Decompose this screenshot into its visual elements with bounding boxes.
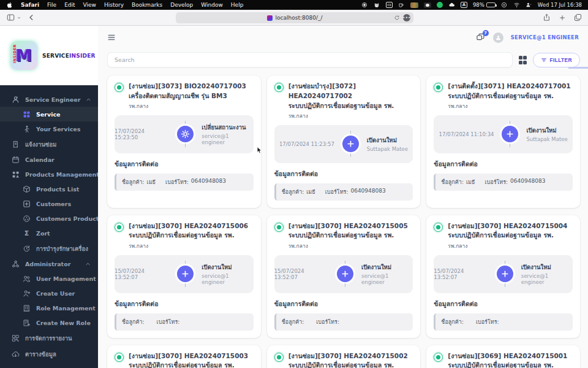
scroll-indicator[interactable]: [568, 67, 588, 69]
contact-section-label: ข้อมูลการติดต่อ: [434, 299, 573, 309]
job-card[interactable]: [งานซ่อม][3069] HEA20240715001 ระบบปฏิบั…: [426, 345, 580, 368]
app-cat-icon[interactable]: [374, 2, 380, 9]
sidebar-item-การบำรุงรักษาเครื่อง[interactable]: การบำรุงรักษาเครื่อง: [0, 240, 98, 256]
job-card[interactable]: [งานซ่อม][3073] BIO20240717003 เครื่องติ…: [107, 75, 261, 208]
sidebar-nav: Service Engineer Service Your Services แ…: [0, 85, 98, 362]
new-tab-icon[interactable]: [559, 14, 566, 21]
app-thumbnail[interactable]: [424, 2, 431, 8]
sidebar-item-products-list[interactable]: Products List: [0, 182, 98, 196]
job-timestamp: 17/07/2024 11:23:57: [279, 141, 334, 147]
qr-icon: [12, 334, 20, 342]
coffee-icon[interactable]: [398, 2, 405, 9]
menubar-menu-view[interactable]: View: [83, 2, 96, 8]
search-input[interactable]: [107, 52, 513, 67]
battery-indicator[interactable]: 98%: [473, 2, 496, 8]
fast-user-switch-icon[interactable]: [526, 2, 532, 9]
menubar-menu-develop[interactable]: Develop: [170, 2, 193, 8]
sidebar-toggle-icon[interactable]: [6, 13, 21, 21]
plus-icon[interactable]: [497, 266, 513, 282]
job-title: [งานซ่อมบำรุง][3072] HEA20240717002: [288, 82, 413, 101]
plus-icon[interactable]: [502, 126, 518, 142]
sidebar-item-customers[interactable]: Customers: [0, 196, 98, 211]
sidebar-item-create-user[interactable]: Create User: [0, 286, 98, 301]
sidebar-item-administrator[interactable]: Administrator: [0, 256, 98, 271]
job-title: [งานซ่อม][3070] HEA20240715006: [129, 221, 248, 231]
screenshot-thumbnail[interactable]: [410, 2, 418, 8]
job-org: รพ.กลาง: [129, 102, 246, 110]
menubar-menu-bookmarks[interactable]: Bookmarks: [132, 2, 162, 8]
sidebar-item-products-management[interactable]: Products Management: [0, 167, 98, 182]
sidebar-item-service[interactable]: Service: [0, 107, 98, 121]
back-button[interactable]: [28, 13, 36, 21]
sidebar-item-การจัดการรายงาน[interactable]: การจัดการรายงาน: [0, 330, 98, 346]
job-card[interactable]: [งานติดตั้ง][3071] HEA20240717001 ระบบปฏ…: [426, 75, 580, 208]
job-card[interactable]: [งานซ่อม][3070] HEA20240715003 ระบบปฏิบั…: [107, 345, 261, 368]
record-icon[interactable]: [361, 2, 368, 9]
menubar-menu-file[interactable]: File: [47, 2, 56, 8]
sidebar-item-zort[interactable]: Σ Zort: [0, 226, 98, 240]
line-app-icon[interactable]: [437, 2, 443, 8]
event-label: เปิดงานใหม่: [521, 263, 573, 272]
job-card[interactable]: [งานซ่อม][3070] HEA20240715004 ระบบปฏิบั…: [426, 215, 580, 338]
menubar-clock[interactable]: Wed 17 Jul 16:38: [538, 2, 582, 8]
job-event-panel: 15/07/2024 13:52:07 เปิดงานใหม่ service@…: [434, 255, 573, 293]
contact-box: ชื่อลูกค้า:เมธี เบอร์โทร:0640948083: [274, 183, 413, 201]
wifi-icon[interactable]: [513, 2, 520, 9]
avatar[interactable]: [493, 33, 503, 43]
reload-icon[interactable]: [394, 15, 400, 21]
input-source-icon[interactable]: A: [461, 2, 467, 8]
sidebar-item-ตารางข้อมูล[interactable]: ตารางข้อมูล: [0, 346, 98, 362]
calendar-status-icon[interactable]: 03: [386, 2, 393, 8]
play-circle-icon[interactable]: [501, 2, 508, 9]
hamburger-menu-icon[interactable]: [107, 33, 116, 42]
brand-logo[interactable]: INSIDER M SERVICEINSIDER: [0, 26, 98, 85]
share-icon[interactable]: [543, 13, 551, 21]
job-card[interactable]: [งานซ่อม][3070] HEA20240715005 ระบบปฏิบั…: [267, 215, 421, 338]
event-actor: Suttapak Matee: [526, 136, 567, 142]
sidebar-item-role-management[interactable]: Role Management: [0, 301, 98, 315]
status-open-icon: [434, 223, 443, 232]
sidebar-item-service-engineer[interactable]: Service Engineer: [0, 92, 98, 107]
sidebar-item-your-services[interactable]: Your Services: [0, 121, 98, 136]
user-name[interactable]: SERVICE@1 ENGINEER: [511, 34, 579, 40]
sidebar-item-create-new-role[interactable]: Create New Role: [0, 315, 98, 330]
tab-overview-icon[interactable]: [574, 13, 582, 21]
phone-label: เบอร์โทร:: [165, 178, 189, 186]
menubar-menu-edit[interactable]: Edit: [64, 2, 75, 8]
grid-view-icon[interactable]: [519, 56, 527, 64]
gear-icon[interactable]: [177, 126, 194, 142]
sidebar-item-calendar[interactable]: Calendar: [0, 152, 98, 167]
plus-icon[interactable]: [177, 266, 194, 282]
address-bar[interactable]: localhost:8080/_/ •••: [176, 12, 413, 23]
filter-button[interactable]: FILLTER: [533, 53, 580, 67]
contact-section-label: ข้อมูลการติดต่อ: [274, 299, 413, 309]
job-card[interactable]: [งานซ่อมบำรุง][3072] HEA20240717002 ระบบ…: [267, 75, 421, 208]
notification-icon[interactable]: 7: [476, 33, 486, 42]
customer-label: ชื่อลูกค้า:: [122, 178, 145, 186]
plus-icon[interactable]: [342, 136, 359, 152]
notification-badge: 7: [483, 30, 489, 36]
plus-icon[interactable]: [337, 266, 353, 282]
job-card[interactable]: [งานซ่อม][3070] HEA20240715006 ระบบปฏิบั…: [107, 215, 261, 338]
contact-section-label: ข้อมูลการติดต่อ: [115, 299, 254, 309]
menubar-menu-help[interactable]: Help: [231, 2, 244, 8]
customer-name: เมธี: [306, 188, 315, 196]
building-icon: [23, 304, 31, 312]
sidebar-item-customers-products[interactable]: Customers Products: [0, 211, 98, 226]
phone-number: 0640948083: [191, 178, 226, 186]
menubar-menu-history[interactable]: History: [104, 2, 124, 8]
sidebar-item-user-management[interactable]: User Management: [0, 271, 98, 286]
chevron-up-icon: [86, 97, 91, 102]
customer-label: ชื่อลูกค้า:: [282, 318, 304, 326]
cloud-icon[interactable]: [448, 2, 455, 9]
sidebar-item-แจ้งงานซ่อม[interactable]: แจ้งงานซ่อม: [0, 136, 98, 152]
brand-name: SERVICEINSIDER: [42, 53, 96, 59]
contact-section-label: ข้อมูลการติดต่อ: [434, 159, 573, 169]
menubar-menu-window[interactable]: Window: [201, 2, 223, 8]
apple-logo-icon[interactable]: [6, 2, 13, 9]
status-open-icon: [115, 83, 124, 92]
event-actor: Suttapak Matee: [367, 146, 408, 152]
extension-more-icon[interactable]: •••: [403, 14, 410, 21]
menubar-menu-safari[interactable]: Safari: [21, 2, 39, 8]
job-card[interactable]: [งานซ่อม][3070] HEA20240715002 ระบบปฏิบั…: [267, 345, 421, 368]
